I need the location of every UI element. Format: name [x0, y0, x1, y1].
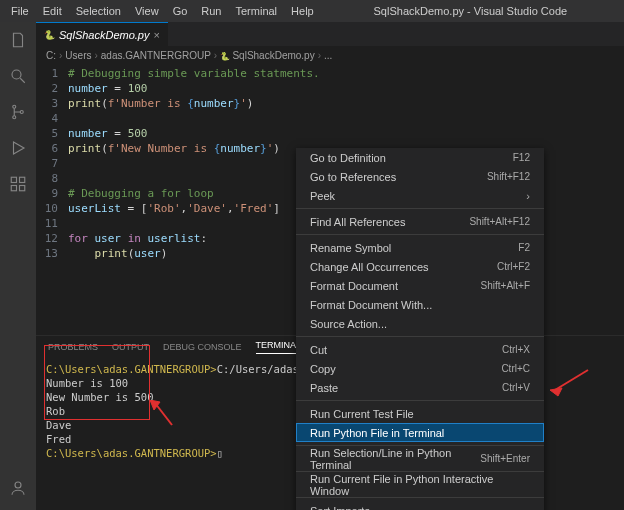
titlebar: FileEditSelectionViewGoRunTerminalHelp S… — [0, 0, 624, 22]
menu-item-go-to-references[interactable]: Go to ReferencesShift+F12 — [296, 167, 544, 186]
menu-item-format-document[interactable]: Format DocumentShift+Alt+F — [296, 276, 544, 295]
python-icon: 🐍 — [44, 30, 55, 40]
line-number: 7 — [36, 156, 68, 171]
svg-point-4 — [20, 111, 23, 114]
menu-item-shortcut: › — [526, 190, 530, 202]
menu-item-go-to-definition[interactable]: Go to DefinitionF12 — [296, 148, 544, 167]
close-icon[interactable]: × — [154, 29, 160, 41]
tab-bar: 🐍 SqlShackDemo.py × — [36, 22, 624, 46]
menu-item-run-selection-line-in-python-terminal[interactable]: Run Selection/Line in Python TerminalShi… — [296, 449, 544, 468]
menu-item-shortcut: Shift+Alt+F12 — [469, 216, 530, 227]
menu-item-label: Change All Occurrences — [310, 261, 429, 273]
breadcrumb[interactable]: C:›Users›adas.GANTNERGROUP›🐍 SqlShackDem… — [36, 46, 624, 64]
panel-tab-output[interactable]: OUTPUT — [112, 342, 149, 352]
menu-item-label: Paste — [310, 382, 338, 394]
tab-filename: SqlShackDemo.py — [59, 29, 150, 41]
breadcrumb-part[interactable]: 🐍 SqlShackDemo.py — [220, 50, 315, 61]
svg-point-10 — [15, 482, 21, 488]
menu-item-label: Source Action... — [310, 318, 387, 330]
line-number: 6 — [36, 141, 68, 156]
menu-item-run-python-file-in-terminal[interactable]: Run Python File in Terminal — [296, 423, 544, 442]
breadcrumb-part[interactable]: C: — [46, 50, 56, 61]
svg-marker-5 — [14, 142, 25, 154]
menu-item-source-action-[interactable]: Source Action... — [296, 314, 544, 333]
line-number: 12 — [36, 231, 68, 246]
menu-item-shortcut: Shift+F12 — [487, 171, 530, 182]
window-title: SqlShackDemo.py - Visual Studio Code — [321, 5, 620, 17]
menu-item-label: Peek — [310, 190, 335, 202]
menu-terminal[interactable]: Terminal — [229, 2, 285, 20]
svg-rect-9 — [20, 186, 25, 191]
source-control-icon[interactable] — [6, 100, 30, 124]
menu-item-label: Run Selection/Line in Python Terminal — [310, 447, 480, 471]
line-number: 9 — [36, 186, 68, 201]
menu-item-cut[interactable]: CutCtrl+X — [296, 340, 544, 359]
menu-item-label: Sort Imports — [310, 505, 370, 511]
run-debug-icon[interactable] — [6, 136, 30, 160]
line-number: 2 — [36, 81, 68, 96]
menu-item-find-all-references[interactable]: Find All ReferencesShift+Alt+F12 — [296, 212, 544, 231]
menu-go[interactable]: Go — [166, 2, 195, 20]
svg-point-2 — [13, 105, 16, 108]
menu-item-label: Cut — [310, 344, 327, 356]
line-number: 13 — [36, 246, 68, 261]
menu-item-shortcut: F2 — [518, 242, 530, 253]
menu-item-shortcut: Ctrl+X — [502, 344, 530, 355]
code-line[interactable]: 1# Debugging simple variable statments. — [36, 66, 624, 81]
svg-line-1 — [20, 78, 25, 83]
svg-rect-8 — [11, 186, 16, 191]
menu-item-peek[interactable]: Peek› — [296, 186, 544, 205]
menu-item-shortcut: Ctrl+C — [501, 363, 530, 374]
menu-item-label: Go to References — [310, 171, 396, 183]
line-number: 11 — [36, 216, 68, 231]
line-number: 4 — [36, 111, 68, 126]
account-icon[interactable] — [6, 476, 30, 500]
menu-selection[interactable]: Selection — [69, 2, 128, 20]
breadcrumb-part[interactable]: Users — [65, 50, 91, 61]
breadcrumb-part[interactable]: ... — [324, 50, 332, 61]
extensions-icon[interactable] — [6, 172, 30, 196]
menu-item-change-all-occurrences[interactable]: Change All OccurrencesCtrl+F2 — [296, 257, 544, 276]
menu-item-label: Run Current File in Python Interactive W… — [310, 473, 530, 497]
menu-item-run-current-file-in-python-interactive-window[interactable]: Run Current File in Python Interactive W… — [296, 475, 544, 494]
menu-edit[interactable]: Edit — [36, 2, 69, 20]
menu-item-run-current-test-file[interactable]: Run Current Test File — [296, 404, 544, 423]
menu-item-paste[interactable]: PasteCtrl+V — [296, 378, 544, 397]
svg-point-3 — [13, 116, 16, 119]
menu-item-label: Go to Definition — [310, 152, 386, 164]
code-line[interactable]: 3print(f'Number is {number}') — [36, 96, 624, 111]
code-line[interactable]: 4 — [36, 111, 624, 126]
menu-help[interactable]: Help — [284, 2, 321, 20]
context-menu: Go to DefinitionF12Go to ReferencesShift… — [296, 148, 544, 510]
line-number: 8 — [36, 171, 68, 186]
menu-item-rename-symbol[interactable]: Rename SymbolF2 — [296, 238, 544, 257]
tab-sqlshackdemo[interactable]: 🐍 SqlShackDemo.py × — [36, 22, 168, 46]
menu-item-label: Format Document — [310, 280, 398, 292]
panel-tab-terminal[interactable]: TERMINAL — [256, 340, 302, 354]
menubar: FileEditSelectionViewGoRunTerminalHelp — [4, 2, 321, 20]
menu-view[interactable]: View — [128, 2, 166, 20]
menu-item-sort-imports[interactable]: Sort Imports — [296, 501, 544, 510]
menu-item-label: Rename Symbol — [310, 242, 391, 254]
menu-run[interactable]: Run — [194, 2, 228, 20]
breadcrumb-part[interactable]: adas.GANTNERGROUP — [101, 50, 211, 61]
menu-item-shortcut: Ctrl+F2 — [497, 261, 530, 272]
menu-item-shortcut: Shift+Enter — [480, 453, 530, 464]
menu-item-copy[interactable]: CopyCtrl+C — [296, 359, 544, 378]
line-number: 1 — [36, 66, 68, 81]
menu-item-label: Run Python File in Terminal — [310, 427, 444, 439]
panel-tab-problems[interactable]: PROBLEMS — [48, 342, 98, 352]
menu-file[interactable]: File — [4, 2, 36, 20]
svg-rect-6 — [11, 177, 16, 182]
svg-rect-7 — [20, 177, 25, 182]
panel-tab-debug-console[interactable]: DEBUG CONSOLE — [163, 342, 242, 352]
search-icon[interactable] — [6, 64, 30, 88]
menu-item-label: Run Current Test File — [310, 408, 414, 420]
menu-item-shortcut: F12 — [513, 152, 530, 163]
menu-item-format-document-with-[interactable]: Format Document With... — [296, 295, 544, 314]
line-number: 10 — [36, 201, 68, 216]
line-number: 5 — [36, 126, 68, 141]
files-icon[interactable] — [6, 28, 30, 52]
code-line[interactable]: 5number = 500 — [36, 126, 624, 141]
code-line[interactable]: 2number = 100 — [36, 81, 624, 96]
